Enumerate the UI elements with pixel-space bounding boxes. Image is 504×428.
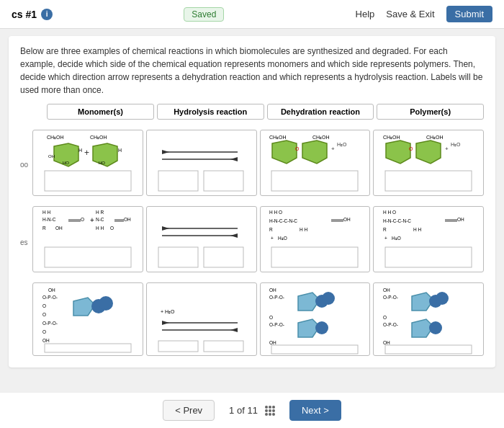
svg-marker-26 — [386, 141, 410, 164]
reaction-table: Monomer(s) Hydrolysis reaction Dehydrati… — [32, 104, 484, 359]
svg-text:H H: H H — [300, 227, 308, 232]
svg-text:R: R — [383, 227, 387, 232]
svg-text:O: O — [269, 315, 273, 320]
svg-text:CH₂OH: CH₂OH — [269, 135, 287, 140]
svg-text:O-P-O-: O-P-O- — [42, 295, 58, 300]
save-exit-link[interactable]: Save & Exit — [386, 9, 434, 19]
dehydration-cell-1: CH₂OH O CH₂OH + H₂O — [260, 130, 371, 196]
submit-button[interactable]: Submit — [446, 6, 492, 22]
svg-point-81 — [99, 296, 113, 311]
polymer-cell-2: H H O H-N-C-C-N-C OH R H H + H₂O — [373, 206, 484, 272]
svg-text:H₂O: H₂O — [278, 236, 287, 241]
svg-marker-20 — [302, 141, 327, 164]
svg-rect-48 — [45, 247, 131, 267]
svg-text:H H: H H — [96, 226, 104, 231]
svg-text:O: O — [295, 146, 300, 151]
polymer-cell-3: OH O-P-O- O O-P-O- OH — [373, 282, 484, 356]
svg-marker-90 — [230, 328, 238, 332]
svg-text:+: + — [90, 216, 94, 224]
hydrolysis-cell-3: + H₂O — [146, 282, 257, 356]
svg-marker-88 — [162, 321, 169, 325]
svg-text:OH: OH — [124, 217, 131, 222]
svg-text:H₂O: H₂O — [337, 142, 347, 147]
svg-point-108 — [436, 292, 449, 305]
col-header-monomers: Monomer(s) — [47, 104, 154, 120]
svg-text:H-N-C-C-N-C: H-N-C-C-N-C — [383, 218, 411, 223]
svg-rect-24 — [271, 171, 358, 191]
next-button[interactable]: Next > — [289, 400, 341, 421]
svg-point-101 — [315, 321, 328, 334]
reaction-area: oo es Monomer(s) Hydrolysis reaction Deh… — [20, 104, 484, 359]
svg-text:CH₂OH: CH₂OH — [47, 135, 64, 140]
svg-marker-18 — [272, 141, 297, 164]
svg-text:+: + — [384, 236, 387, 241]
svg-text:R: R — [269, 227, 273, 232]
svg-text:N-C: N-C — [96, 217, 104, 222]
svg-text:O: O — [42, 312, 46, 317]
svg-text:OH: OH — [55, 226, 63, 231]
col-header-hydrolysis: Hydrolysis reaction — [157, 104, 264, 120]
page-info: 1 of 11 — [229, 405, 275, 416]
hydrolysis-svg-1 — [155, 130, 248, 195]
column-headers: Monomer(s) Hydrolysis reaction Dehydrati… — [32, 104, 484, 120]
svg-rect-114 — [385, 345, 472, 354]
left-label-empty — [20, 284, 28, 356]
svg-text:O: O — [42, 303, 46, 308]
monomer-svg-2: H H H-N-C O R OH + H R N-C — [41, 207, 135, 272]
info-icon[interactable]: i — [41, 9, 53, 20]
svg-rect-32 — [385, 171, 472, 191]
svg-text:O-P-O-: O-P-O- — [383, 295, 398, 300]
svg-text:+: + — [271, 236, 274, 241]
left-label-es: es — [20, 206, 28, 278]
svg-rect-16 — [204, 171, 243, 191]
svg-text:CH₂OH: CH₂OH — [383, 135, 400, 140]
reaction-row-2: H H H-N-C O R OH + H R N-C — [32, 203, 484, 275]
left-labels: oo es — [20, 104, 32, 359]
monomer-svg-3: OH O-P-O- O O O-P-O- O OH — [41, 283, 135, 355]
monomer-cell-1: CH₂OH OH H HO + CH₂OH H HO — [32, 130, 143, 196]
svg-text:H₂O: H₂O — [392, 236, 401, 241]
dehydration-cell-3: OH O-P-O- O O-P-O- OH — [260, 282, 371, 356]
svg-text:H: H — [78, 148, 82, 153]
cs-label: cs #1 — [12, 9, 37, 20]
svg-text:OH: OH — [269, 340, 276, 345]
svg-rect-10 — [45, 171, 131, 191]
grid-icon[interactable] — [265, 406, 275, 416]
dehydration-cell-2: H H O H-N-C-C-N-C OH R H H + H₂O — [260, 206, 371, 272]
bottom-nav: < Prev 1 of 11 Next > — [0, 392, 504, 428]
svg-text:OH: OH — [48, 154, 55, 159]
svg-rect-85 — [45, 344, 131, 352]
polymer-svg-2: H H O H-N-C-C-N-C OH R H H + H₂O — [382, 207, 475, 272]
prev-button[interactable]: < Prev — [163, 400, 215, 421]
svg-marker-7 — [93, 143, 117, 166]
svg-rect-64 — [271, 247, 358, 267]
svg-text:H: H — [118, 148, 122, 153]
svg-text:+: + — [331, 146, 335, 152]
svg-text:O-P-O-: O-P-O- — [42, 321, 58, 326]
dehydration-svg-2: H H O H-N-C-C-N-C OH R H H + H₂O — [268, 207, 361, 272]
svg-rect-92 — [204, 341, 243, 352]
dehydration-svg-1: CH₂OH O CH₂OH + H₂O — [268, 130, 361, 195]
svg-text:H-N-C-C-N-C: H-N-C-C-N-C — [269, 218, 297, 223]
svg-marker-12 — [162, 150, 169, 154]
svg-text:OH: OH — [343, 217, 351, 222]
help-link[interactable]: Help — [356, 9, 375, 19]
svg-text:O: O — [81, 217, 84, 222]
top-bar: cs #1 i Saved Help Save & Exit Submit — [0, 0, 504, 29]
svg-rect-91 — [158, 341, 198, 352]
svg-rect-15 — [158, 171, 198, 191]
hydrolysis-svg-2 — [155, 207, 248, 272]
monomer-svg-1: CH₂OH OH H HO + CH₂OH H HO — [41, 130, 135, 195]
svg-marker-52 — [230, 233, 238, 238]
svg-text:HO: HO — [99, 161, 105, 165]
svg-rect-103 — [271, 345, 358, 354]
monomer-cell-3: OH O-P-O- O O O-P-O- O OH — [32, 282, 143, 356]
top-bar-right: Help Save & Exit Submit — [356, 6, 492, 22]
svg-text:H₂O: H₂O — [451, 142, 461, 147]
svg-marker-14 — [230, 157, 238, 161]
svg-marker-28 — [416, 141, 441, 164]
svg-text:O: O — [110, 226, 114, 231]
reaction-row-1: CH₂OH OH H HO + CH₂OH H HO — [32, 127, 484, 199]
svg-text:OH: OH — [457, 217, 464, 222]
svg-text:CH₂OH: CH₂OH — [426, 135, 444, 140]
